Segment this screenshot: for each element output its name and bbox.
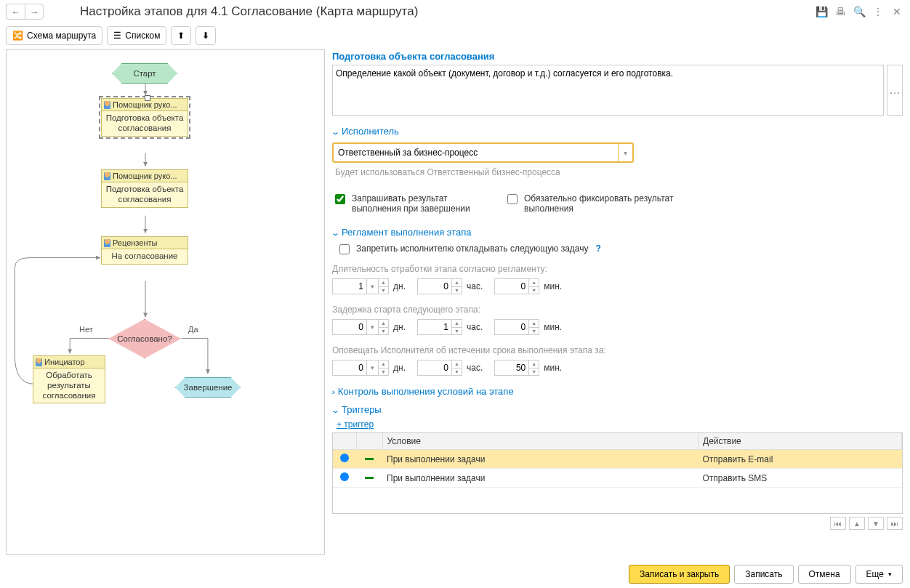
request-result-checkbox[interactable]: Запрашивать результат выполнения при зав… [332, 193, 475, 214]
mandatory-fix-input[interactable] [507, 194, 518, 204]
control-section[interactable]: Контроль выполнения условий на этапе [332, 386, 903, 397]
nav-back-button[interactable]: ← [6, 4, 25, 20]
person-icon [104, 239, 110, 247]
minus-icon [365, 458, 374, 460]
close-icon[interactable]: ✕ [890, 4, 904, 19]
play-icon [340, 472, 349, 481]
diagram-pane: Старт Помощник руко... Подготовка объект… [0, 48, 331, 563]
delay-hours[interactable]: ▲▼ [417, 319, 462, 335]
request-result-input[interactable] [335, 194, 345, 204]
dur-mins[interactable]: ▲▼ [494, 278, 539, 294]
triggers-section[interactable]: Триггеры [332, 404, 903, 415]
table-last-button[interactable]: ⏭ [887, 517, 903, 530]
notify-days[interactable]: ▾▲▼ [332, 360, 389, 376]
trigger-row[interactable]: При выполнении задачи Отправить SMS [333, 469, 902, 488]
flow-task-3[interactable]: Рецензенты На согласование [101, 236, 188, 265]
flow-end[interactable]: Завершение [175, 377, 241, 398]
list-mode-tab[interactable]: ☰ Списком [107, 26, 166, 45]
nav-forward-button[interactable]: → [25, 4, 44, 20]
add-trigger-link[interactable]: + триггер [337, 419, 903, 430]
route-scheme-label: Схема маршрута [27, 31, 96, 41]
move-down-button[interactable]: ⬇ [196, 26, 216, 45]
edge-yes: Да [188, 325, 198, 334]
executor-dropdown-button[interactable]: ▾ [618, 144, 632, 161]
person-icon [104, 172, 110, 180]
person-icon [104, 101, 110, 109]
flow-start[interactable]: Старт [112, 63, 177, 84]
cancel-button[interactable]: Отмена [798, 565, 851, 584]
list-mode-label: Списком [125, 31, 160, 41]
notify-mins[interactable]: ▲▼ [494, 360, 539, 376]
delay-mins[interactable]: ▲▼ [494, 319, 539, 335]
col-condition[interactable]: Условие [382, 433, 698, 450]
preview-icon[interactable]: 🔍 [852, 4, 866, 19]
executor-hint: Будет использоваться Ответственный бизне… [335, 167, 903, 177]
triggers-table: Условие Действие При выполнении задачи О… [333, 433, 902, 488]
save-button[interactable]: Записать [734, 565, 793, 584]
dur-days[interactable]: ▾▲▼ [332, 278, 389, 294]
table-up-button[interactable]: ▲ [849, 517, 865, 530]
trigger-row[interactable]: При выполнении задачи Отправить E-mail [333, 450, 902, 469]
disallow-postpone-checkbox[interactable]: Запретить исполнителю откладывать следую… [337, 243, 903, 257]
flow-task-2[interactable]: Помощник руко... Подготовка объекта согл… [101, 169, 188, 208]
prep-title: Подготовка объекта согласования [332, 51, 903, 62]
disallow-postpone-input[interactable] [339, 244, 350, 254]
properties-pane: Подготовка объекта согласования … Исполн… [331, 48, 910, 563]
reglament-section[interactable]: Регламент выполнения этапа [332, 227, 903, 238]
flowchart-canvas[interactable]: Старт Помощник руко... Подготовка объект… [6, 49, 325, 555]
list-icon: ☰ [113, 31, 121, 41]
delay-days[interactable]: ▾▲▼ [332, 319, 389, 335]
triggers-table-wrap: Условие Действие При выполнении задачи О… [332, 432, 903, 514]
help-icon[interactable]: ? [596, 243, 601, 254]
description-expand-button[interactable]: … [887, 65, 903, 116]
footer: Записать и закрыть Записать Отмена Еще▾ [629, 565, 903, 584]
description-input[interactable] [332, 65, 884, 116]
dur-hours[interactable]: ▲▼ [417, 278, 462, 294]
mandatory-fix-checkbox[interactable]: Обязательно фиксировать результат выполн… [504, 193, 684, 214]
executor-input[interactable] [334, 144, 618, 161]
save-and-close-button[interactable]: Записать и закрыть [629, 565, 730, 584]
executor-combo[interactable]: ▾ [332, 142, 634, 163]
person-icon [36, 358, 42, 366]
page-title: Настройка этапов для 4.1 Согласование (К… [80, 4, 418, 19]
flow-task-4[interactable]: Инициатор Обработать результаты согласов… [33, 355, 105, 403]
more-button[interactable]: Еще▾ [855, 565, 903, 584]
edge-no: Нет [79, 325, 93, 334]
flow-decision[interactable]: Согласовано? [108, 319, 181, 358]
flow-task-1[interactable]: Помощник руко... Подготовка объекта согл… [101, 98, 188, 137]
notify-label: Оповещать Исполнителя об истечении срока… [332, 345, 903, 355]
duration-label: Длительность отработки этапа согласно ре… [332, 264, 903, 274]
scheme-icon: 🔀 [12, 31, 23, 41]
toolbar: 🔀 Схема маршрута ☰ Списком ⬆ ⬇ [0, 23, 910, 48]
header: ← → Настройка этапов для 4.1 Согласовани… [0, 0, 910, 23]
col-action[interactable]: Действие [698, 433, 902, 450]
route-scheme-tab[interactable]: 🔀 Схема маршрута [6, 26, 102, 45]
notify-hours[interactable]: ▲▼ [417, 360, 462, 376]
move-up-button[interactable]: ⬆ [171, 26, 191, 45]
play-icon [340, 454, 349, 462]
table-first-button[interactable]: ⏮ [830, 517, 846, 530]
save-icon[interactable]: 💾 [814, 4, 829, 19]
minus-icon [365, 477, 374, 479]
table-down-button[interactable]: ▼ [868, 517, 884, 530]
print-icon[interactable]: 🖶 [833, 4, 847, 19]
delay-label: Задержка старта следующего этапа: [332, 305, 903, 315]
kebab-icon[interactable]: ⋮ [871, 4, 885, 19]
executor-section[interactable]: Исполнитель [332, 126, 903, 137]
